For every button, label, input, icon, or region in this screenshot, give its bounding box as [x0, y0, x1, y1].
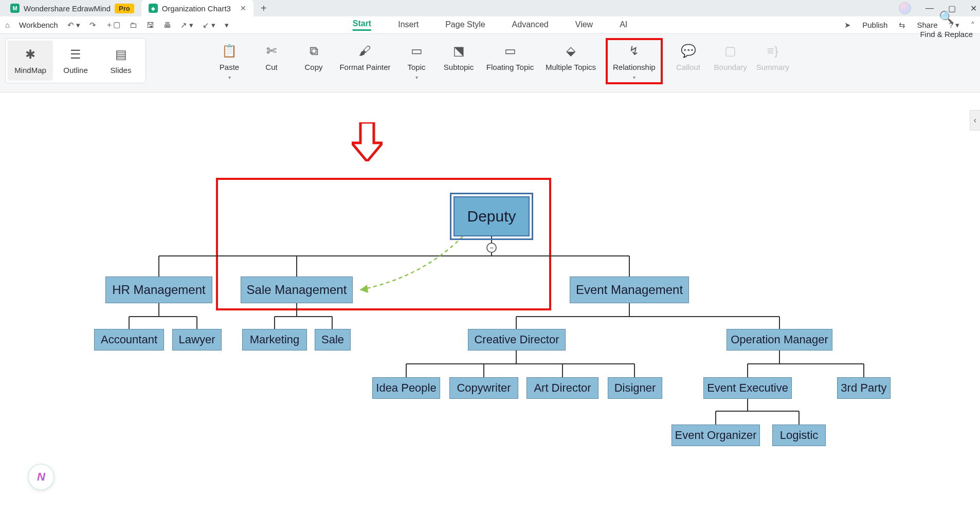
node-marketing-label: Marketing [250, 333, 300, 346]
tab-advanced[interactable]: Advanced [512, 20, 549, 30]
open-folder-icon[interactable]: 🗀 [130, 21, 137, 29]
tab-page-style[interactable]: Page Style [445, 20, 485, 30]
undo-button[interactable]: ↶ ▾ [67, 21, 80, 30]
annotation-arrow-down [352, 122, 383, 161]
node-disigner-label: Disigner [614, 381, 656, 395]
node-idea-people[interactable]: Idea People [372, 377, 440, 399]
relationship-button[interactable]: ↯Relationship▾ [606, 38, 663, 84]
node-logistic[interactable]: Logistic [772, 425, 826, 446]
paste-icon: 📋 [222, 44, 237, 58]
add-tab-button[interactable]: + [253, 3, 274, 14]
view-mindmap-button[interactable]: ✱ MindMap [8, 41, 53, 81]
callout-button[interactable]: 💬Callout [672, 38, 705, 84]
ribbon-buttons: 📋Paste▾ ✄Cut ⧉Copy 🖌Format Painter ▭Topi… [213, 38, 789, 84]
share-icon[interactable]: ⇆ [899, 21, 905, 30]
view-outline-label: Outline [63, 66, 88, 75]
canvas[interactable]: Deputy − HR Management Sale Management E… [0, 93, 980, 516]
cut-button[interactable]: ✄Cut [255, 38, 288, 84]
user-avatar[interactable] [899, 2, 911, 14]
node-sale-mgmt[interactable]: Sale Management [241, 277, 353, 303]
view-slides-button[interactable]: ▤ Slides [98, 41, 143, 81]
app-logo-icon: M [10, 4, 20, 13]
node-3rd-party[interactable]: 3rd Party [837, 377, 891, 399]
menu-tabs: Start Insert Page Style Advanced View AI [353, 16, 628, 34]
node-creative-director[interactable]: Creative Director [468, 329, 566, 351]
topic-dropdown-icon[interactable]: ▾ [415, 75, 418, 80]
relationship-label: Relationship [613, 63, 656, 71]
find-replace-label: Find & Replace [920, 30, 973, 39]
paste-button[interactable]: 📋Paste▾ [213, 38, 246, 84]
node-art-director[interactable]: Art Director [527, 377, 598, 399]
collapse-handle[interactable]: − [486, 243, 497, 253]
node-event-mgmt-label: Event Management [576, 283, 683, 297]
copy-button[interactable]: ⧉Copy [297, 38, 330, 84]
node-accountant[interactable]: Accountant [94, 329, 164, 351]
boundary-icon: ▢ [724, 44, 736, 58]
node-sale-mgmt-label: Sale Management [247, 283, 347, 297]
node-event-organizer[interactable]: Event Organizer [672, 425, 760, 446]
publish-icon[interactable]: ➤ [844, 21, 851, 30]
node-event-executive[interactable]: Event Executive [703, 377, 792, 399]
tab-view[interactable]: View [575, 20, 593, 30]
node-copywriter[interactable]: Copywriter [449, 377, 518, 399]
tab-ai[interactable]: AI [620, 20, 627, 30]
relationship-icon: ↯ [629, 44, 639, 58]
node-operation-manager[interactable]: Operation Manager [727, 329, 832, 351]
ribbon: ✱ MindMap ☰ Outline ▤ Slides 📋Paste▾ ✄Cu… [0, 34, 980, 93]
node-3rd-label: 3rd Party [841, 381, 886, 395]
svg-marker-33 [360, 285, 368, 293]
view-outline-button[interactable]: ☰ Outline [53, 41, 98, 81]
boundary-button[interactable]: ▢Boundary [714, 38, 747, 84]
slides-icon: ▤ [115, 47, 127, 62]
copy-label: Copy [304, 63, 322, 71]
node-lawyer[interactable]: Lawyer [172, 329, 222, 351]
doc-icon: ◆ [149, 4, 158, 13]
node-hr[interactable]: HR Management [105, 277, 212, 303]
node-disigner[interactable]: Disigner [608, 377, 662, 399]
tab-insert[interactable]: Insert [398, 20, 419, 30]
workbench-label[interactable]: Workbench [19, 21, 58, 29]
view-mindmap-label: MindMap [14, 66, 46, 75]
node-sale[interactable]: Sale [315, 329, 351, 351]
cut-label: Cut [265, 63, 277, 71]
node-event-mgmt[interactable]: Event Management [570, 277, 689, 303]
ai-fab-button[interactable]: N [28, 464, 55, 490]
node-marketing[interactable]: Marketing [242, 329, 307, 351]
node-sale-label: Sale [321, 333, 344, 346]
redo-button[interactable]: ↷ [89, 21, 96, 30]
topic-icon: ▭ [411, 44, 423, 58]
find-replace-button[interactable]: 🔍 Find & Replace [920, 4, 973, 39]
app-name: Wondershare EdrawMind [24, 4, 111, 13]
org-connectors [0, 93, 980, 516]
home-icon[interactable]: ⌂ [5, 21, 10, 29]
more-quick-icon[interactable]: ▾ [225, 21, 229, 30]
topic-label: Topic [407, 63, 425, 71]
quick-toolbar: ⌂ Workbench ↶ ▾ ↷ ＋▢ 🗀 🖫 🖶 ↗ ▾ ↙ ▾ ▾ Sta… [0, 16, 980, 34]
import-icon[interactable]: ↙ ▾ [203, 21, 215, 30]
relationship-dropdown-icon[interactable]: ▾ [633, 75, 636, 80]
subtopic-button[interactable]: ⬔Subtopic [442, 38, 475, 84]
close-tab-icon[interactable]: ✕ [240, 4, 246, 12]
new-file-icon[interactable]: ＋▢ [105, 20, 120, 30]
find-icon: 🔍 [939, 10, 954, 25]
app-tab[interactable]: M Wondershare EdrawMind Pro [3, 0, 141, 16]
summary-label: Summary [756, 63, 789, 71]
format-painter-button[interactable]: 🖌Format Painter [339, 38, 391, 84]
right-panel-toggle[interactable]: ‹ [970, 110, 980, 131]
print-icon[interactable]: 🖶 [164, 21, 171, 29]
tab-start[interactable]: Start [353, 19, 371, 31]
summary-button[interactable]: ≡}Summary [756, 38, 789, 84]
document-tab[interactable]: ◆ Organization Chart3 ✕ [141, 0, 253, 16]
paste-dropdown-icon[interactable]: ▾ [228, 75, 231, 80]
topic-button[interactable]: ▭Topic▾ [400, 38, 433, 84]
ai-fab-icon: N [37, 470, 45, 484]
multiple-topics-button[interactable]: ⬙Multiple Topics [545, 38, 596, 84]
brush-icon: 🖌 [359, 44, 371, 58]
save-icon[interactable]: 🖫 [147, 21, 154, 29]
node-deputy[interactable]: Deputy [453, 196, 530, 236]
boundary-label: Boundary [714, 63, 747, 71]
publish-label[interactable]: Publish [862, 21, 887, 29]
export-icon[interactable]: ↗ ▾ [180, 21, 193, 30]
floating-topic-button[interactable]: ▭Floating Topic [484, 38, 536, 84]
pro-badge: Pro [115, 4, 134, 13]
